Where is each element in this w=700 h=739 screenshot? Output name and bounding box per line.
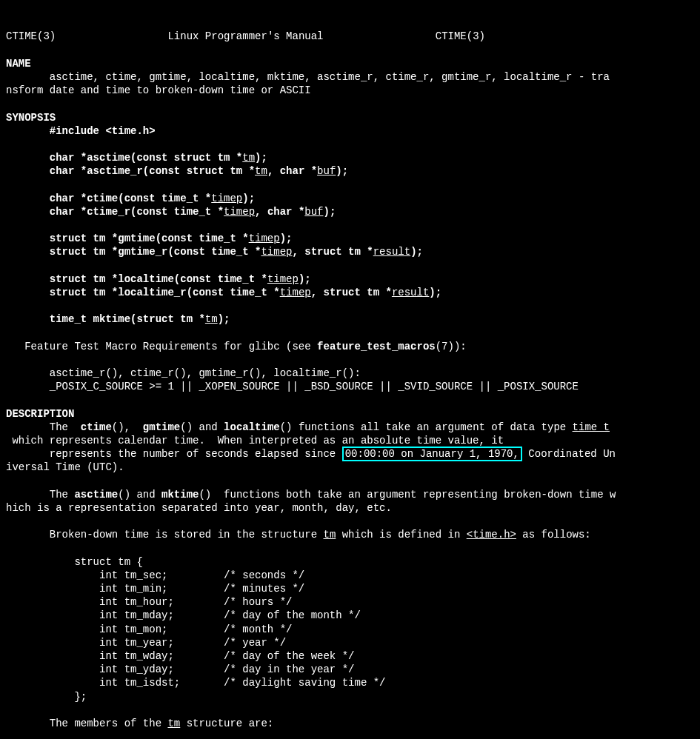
mktime-pre xyxy=(6,313,50,325)
asctime-arg: tm xyxy=(242,152,255,164)
desc-p1-e: () and xyxy=(180,421,224,433)
localtime-r-sig: struct tm *localtime_r(const time_t * xyxy=(50,287,280,298)
header-right: CTIME(3) xyxy=(436,30,485,42)
members-intro-a: The members of the xyxy=(6,718,167,729)
asctime-r-arg1: tm xyxy=(255,165,267,177)
asctime-r-sig: char *asctime_r(const struct tm * xyxy=(50,165,255,177)
man-page: CTIME(3) Linux Programmer's Manual CTIME… xyxy=(6,30,694,739)
gmtime-r-post: ); xyxy=(410,246,423,258)
ctime-r-arg1: timep xyxy=(224,206,255,218)
localtime-post: ); xyxy=(299,273,311,285)
gmtime-r-sig: struct tm *gmtime_r(const time_t * xyxy=(50,246,261,258)
desc-p3-e: as follows: xyxy=(516,529,591,541)
syn-include-pre xyxy=(6,125,50,137)
members-intro-b: tm xyxy=(167,718,180,729)
feat-bold: feature_test_macros xyxy=(317,341,436,352)
desc-p2-d: mktime xyxy=(161,489,199,501)
gmtime-arg: timep xyxy=(249,233,280,244)
desc-p1-h: time_t xyxy=(573,421,610,433)
localtime-r-post: ); xyxy=(429,287,441,298)
section-name: NAME xyxy=(6,58,31,70)
localtime-pre xyxy=(6,273,50,285)
desc-p1-b: ctime xyxy=(81,421,112,433)
header-left: CTIME(3) xyxy=(6,30,56,42)
mktime-arg: tm xyxy=(205,313,218,325)
localtime-r-arg2: result xyxy=(392,287,429,298)
section-synopsis: SYNOPSIS xyxy=(6,112,56,124)
feat-line2: asctime_r(), ctime_r(), gmtime_r(), loca… xyxy=(6,367,361,379)
gmtime-pre xyxy=(6,233,50,244)
desc-p2-c: () and xyxy=(118,489,161,501)
gmtime-r-mid: , struct tm * xyxy=(292,246,373,258)
section-description: DESCRIPTION xyxy=(6,408,74,420)
localtime-r-pre xyxy=(6,287,50,298)
localtime-r-arg1: timep xyxy=(280,287,311,298)
localtime-r-mid: , struct tm * xyxy=(311,287,392,298)
asctime-r-pre xyxy=(6,165,50,177)
gmtime-r-arg2: result xyxy=(373,246,410,258)
desc-p3-d: <time.h> xyxy=(467,529,516,541)
ctime-post: ); xyxy=(242,193,255,204)
header-center: Linux Programmer's Manual xyxy=(167,30,323,42)
name-body: asctime, ctime, gmtime, localtime, mktim… xyxy=(6,71,610,96)
asctime-post: ); xyxy=(255,152,267,164)
epoch-highlight: 00:00:00 on January 1, 1970, xyxy=(342,447,522,461)
desc-p1-f: localtime xyxy=(224,421,280,433)
gmtime-r-arg1: timep xyxy=(261,246,292,258)
ctime-sig: char *ctime(const time_t * xyxy=(50,193,211,204)
desc-p1-a: The xyxy=(6,421,81,433)
desc-p3-b: tm xyxy=(323,529,336,541)
ctime-pre xyxy=(6,193,50,204)
localtime-sig: struct tm *localtime(const time_t * xyxy=(50,273,267,285)
desc-p3-a: Broken-down time is stored in the struct… xyxy=(6,529,323,541)
desc-p2-a: The xyxy=(6,489,74,501)
asctime-r-arg2: buf xyxy=(317,165,336,177)
ctime-arg: timep xyxy=(211,193,242,204)
mktime-post: ); xyxy=(218,313,230,325)
gmtime-sig: struct tm *gmtime(const time_t * xyxy=(50,233,249,244)
desc-p2-b: asctime xyxy=(74,489,118,501)
desc-p3-c: which is defined in xyxy=(336,529,466,541)
ctime-r-pre xyxy=(6,206,50,218)
syn-include: #include <time.h> xyxy=(50,125,156,137)
asctime-sig: char *asctime(const struct tm * xyxy=(50,152,242,164)
gmtime-r-pre xyxy=(6,246,50,258)
desc-p1-d: gmtime xyxy=(143,421,180,433)
struct-block: struct tm { int tm_sec; /* seconds */ in… xyxy=(6,556,385,703)
desc-p1-g: () functions all take an argument of dat… xyxy=(280,421,573,433)
asctime-r-mid: , char * xyxy=(267,165,317,177)
feat-post: (7)): xyxy=(436,341,467,352)
asctime-pre xyxy=(6,152,50,164)
desc-p1-c: (), xyxy=(112,421,143,433)
asctime-r-post: ); xyxy=(336,165,348,177)
ctime-r-sig: char *ctime_r(const time_t * xyxy=(50,206,224,218)
ctime-r-arg2: buf xyxy=(304,206,323,218)
feat-line3: _POSIX_C_SOURCE >= 1 || _XOPEN_SOURCE ||… xyxy=(6,381,579,392)
members-intro-c: structure are: xyxy=(180,718,273,729)
feat-pre: Feature Test Macro Requirements for glib… xyxy=(6,341,317,352)
gmtime-post: ); xyxy=(280,233,293,244)
ctime-r-post: ); xyxy=(324,206,336,218)
mktime-sig: time_t mktime(struct tm * xyxy=(50,313,205,325)
ctime-r-mid: , char * xyxy=(255,206,304,218)
localtime-arg: timep xyxy=(267,273,299,285)
